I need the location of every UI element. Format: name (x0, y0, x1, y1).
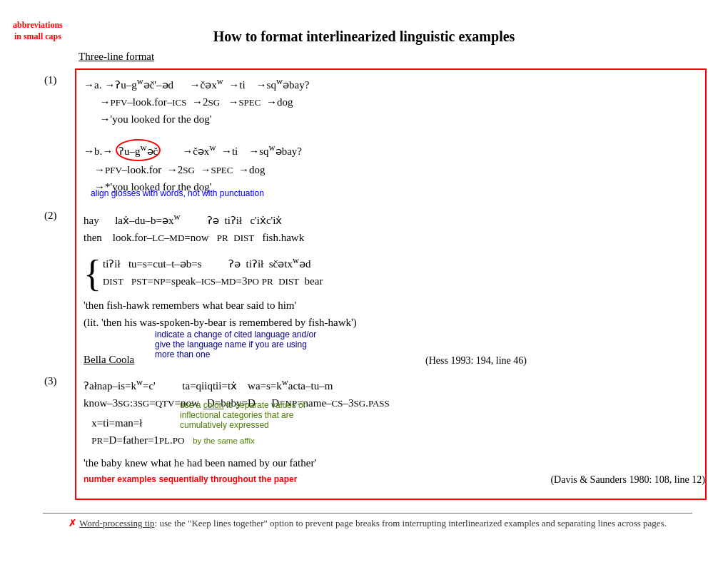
main-title: How to format interlinearized linguistic… (14, 29, 714, 45)
example-2: (2) hay laẋ–du–b=əxw ʔə tiʔił c'iẋc'iẋ t… (84, 210, 705, 367)
wp-tip-x: ✗ (69, 518, 76, 528)
abbrev-label: abbreviations in small caps (13, 20, 63, 42)
example-3-lines: ʔałnap–is=kw=c' ta=qiiqtii=tẋ wa=s=kwact… (84, 375, 705, 412)
davis-citation: (Davis & Saunders 1980: 108, line 12) (550, 474, 705, 486)
example-num-3: (3) (44, 375, 57, 387)
bella-coola-section: Bella Coola if data is not from your own… (84, 351, 705, 368)
example-1b: →b.→ ʔu–gwəč →čəxw →ti →sqwəbay? →PFV–lo… (84, 139, 705, 195)
example-num-2: (2) (44, 210, 57, 222)
example-3-footer: number examples sequentially throughout … (84, 474, 705, 486)
examples-box: (1) →a. →ʔu–gwəč'–əd →čəxw →ti →sqwəbay?… (75, 68, 707, 500)
example-num-1: (1) (44, 74, 57, 86)
example-3-cont: x=ti=man=ł PR=D=father=1PL.PO by the sam… (84, 414, 705, 449)
example-3: (3) ʔałnap–is=kw=c' ta=qiiqtii=tẋ wa=s=k… (84, 375, 705, 486)
align-gloss-annotation: align glosses with words, not with punct… (91, 188, 264, 198)
example-2-long: { tiʔił tu=s=cut–t–əb=s ʔə tiʔił sčətxwə… (84, 253, 705, 294)
colon-annotation-inline: by the same affix (193, 436, 255, 445)
example-1a: →a. →ʔu–gwəč'–əd →čəxw →ti →sqwəbay? →PF… (84, 74, 705, 128)
example-2-footer: indicate a change of cited language and/… (84, 351, 705, 367)
wp-tip: ✗Word-processing tip: use the "Keep line… (43, 513, 692, 529)
three-line-format: Three-line format (79, 51, 714, 63)
example-2-lines: hay laẋ–du–b=əxw ʔə tiʔił c'iẋc'iẋ then … (84, 210, 705, 246)
page: abbreviations in small caps How to forma… (0, 0, 728, 562)
number-seq-annotation: number examples sequentially throughout … (84, 474, 536, 484)
example-1: (1) →a. →ʔu–gwəč'–əd →čəxw →ti →sqwəbay?… (84, 74, 705, 200)
wp-tip-label: Word-processing tip (79, 518, 154, 528)
wp-tip-text: : use the "Keep lines together" option t… (155, 518, 667, 528)
colon-annotation: use a colon to separate values of inflec… (180, 400, 337, 430)
